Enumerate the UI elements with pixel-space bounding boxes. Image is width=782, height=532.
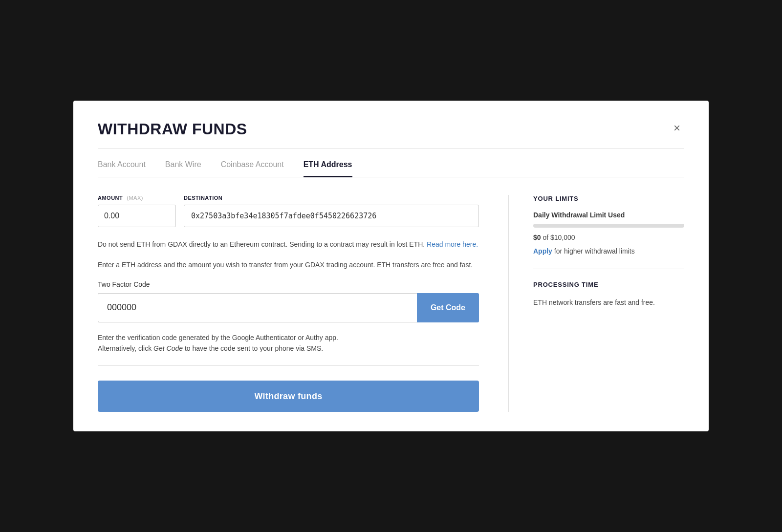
amount-field-wrapper: AMOUNT (MAX) ETH (98, 195, 176, 227)
modal-header: WITHDRAW FUNDS × (98, 120, 684, 138)
close-button[interactable]: × (670, 120, 684, 136)
sidebar-divider (533, 269, 684, 269)
verification-text-3: to have the code sent to your phone via … (183, 344, 323, 352)
destination-input[interactable] (184, 205, 479, 227)
apply-link[interactable]: Apply (533, 247, 552, 255)
amount-label-row: AMOUNT (MAX) (98, 195, 176, 205)
progress-bar-background (533, 224, 684, 228)
sidebar-content: YOUR LIMITS Daily Withdrawal Limit Used … (508, 195, 684, 412)
verification-text: Enter the verification code generated by… (98, 332, 479, 354)
two-factor-label: Two Factor Code (98, 280, 479, 288)
get-code-button[interactable]: Get Code (417, 293, 479, 322)
withdraw-funds-modal: WITHDRAW FUNDS × Bank Account Bank Wire … (73, 101, 709, 432)
verification-text-1: Enter the verification code generated by… (98, 334, 338, 341)
modal-overlay: WITHDRAW FUNDS × Bank Account Bank Wire … (0, 0, 782, 532)
modal-title: WITHDRAW FUNDS (98, 120, 247, 138)
daily-limit-label: Daily Withdrawal Limit Used (533, 211, 684, 219)
processing-title: PROCESSING TIME (533, 281, 684, 288)
destination-field-wrapper: DESTINATION (184, 195, 479, 227)
limit-amount-text: $0 of $10,000 (533, 234, 684, 241)
content-area: AMOUNT (MAX) ETH DESTINATION D (98, 195, 684, 412)
two-factor-row: Get Code (98, 293, 479, 322)
tab-coinbase-account[interactable]: Coinbase Account (221, 160, 284, 177)
info-text-2: Enter a ETH address and the amount you w… (98, 259, 479, 270)
verification-italic: Get Code (153, 344, 183, 352)
amount-label: AMOUNT (98, 195, 123, 201)
form-divider (98, 365, 479, 366)
tab-bank-wire[interactable]: Bank Wire (165, 160, 201, 177)
amount-total: $10,000 (550, 234, 575, 241)
destination-label: DESTINATION (184, 195, 479, 201)
header-divider (98, 148, 684, 149)
verification-text-2: Alternatively, click (98, 344, 153, 352)
tab-bar: Bank Account Bank Wire Coinbase Account … (98, 160, 684, 177)
withdraw-funds-button[interactable]: Withdraw funds (98, 381, 479, 412)
amount-input-box: ETH (98, 205, 176, 227)
tab-eth-address[interactable]: ETH Address (304, 160, 352, 177)
apply-suffix: for higher withdrawal limits (552, 247, 635, 255)
amount-used: $0 (533, 234, 541, 241)
tab-bank-account[interactable]: Bank Account (98, 160, 146, 177)
info-text-1: Do not send ETH from GDAX directly to an… (98, 239, 479, 250)
amount-of: of (543, 234, 550, 241)
main-content: AMOUNT (MAX) ETH DESTINATION D (98, 195, 479, 412)
info-text-1-span: Do not send ETH from GDAX directly to an… (98, 240, 425, 248)
processing-text: ETH network transfers are fast and free. (533, 297, 684, 308)
read-more-link[interactable]: Read more here. (427, 240, 478, 248)
amount-destination-row: AMOUNT (MAX) ETH DESTINATION (98, 195, 479, 227)
two-factor-input[interactable] (98, 293, 417, 322)
limits-title: YOUR LIMITS (533, 195, 684, 202)
apply-text: Apply for higher withdrawal limits (533, 247, 684, 255)
amount-max-label: (MAX) (127, 195, 143, 201)
